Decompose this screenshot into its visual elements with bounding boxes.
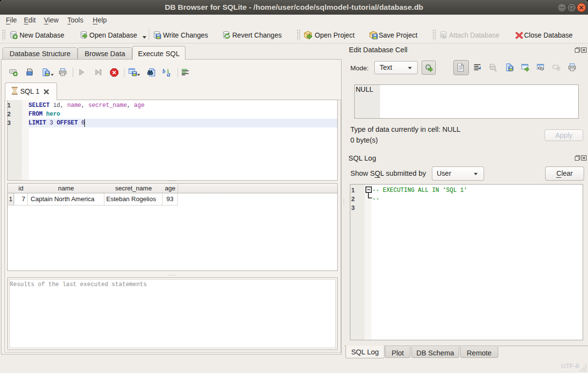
svg-text:a: a	[167, 71, 170, 77]
svg-text:b: b	[162, 68, 165, 75]
